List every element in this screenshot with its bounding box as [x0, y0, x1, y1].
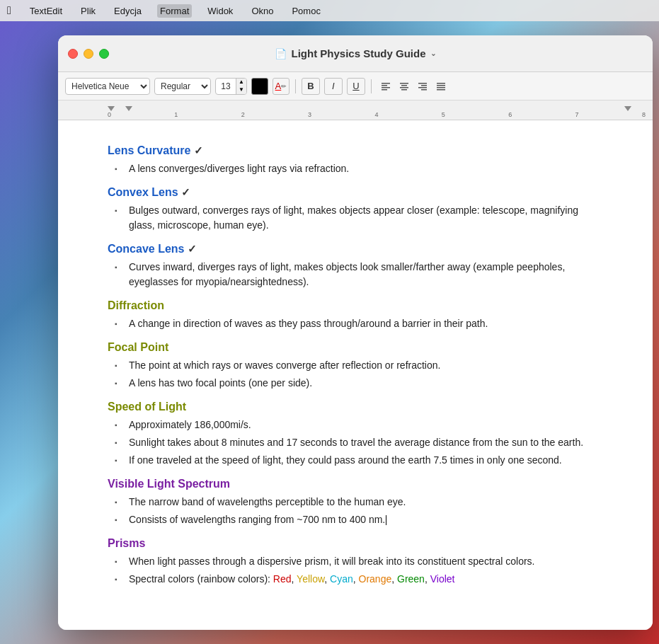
bullet-item: A lens has two focal points (one per sid… [115, 376, 603, 391]
bullet-item: When light passes through a dispersive p… [115, 554, 603, 569]
alignment-group [377, 78, 449, 95]
heading-text-prisms: Prisms [108, 537, 145, 549]
menu-edycja[interactable]: Edycja [111, 4, 144, 18]
align-center-button[interactable] [396, 78, 413, 95]
svg-rect-8 [418, 83, 427, 84]
highlight-color-swatch[interactable]: A ✏ [273, 78, 290, 95]
heading-text-visible-light: Visible Light Spectrum [108, 478, 230, 490]
heading-text-speed-of-light: Speed of Light [108, 401, 186, 413]
bullet-item: A change in direction of waves as they p… [115, 316, 603, 331]
text-cursor [386, 515, 386, 525]
minimize-button[interactable] [84, 49, 93, 59]
title-dropdown-arrow[interactable]: ⌄ [430, 50, 436, 57]
traffic-lights [68, 49, 109, 59]
svg-rect-6 [400, 87, 408, 88]
window-title: Light Physics Study Guide [291, 47, 425, 59]
align-left-button[interactable] [377, 78, 394, 95]
svg-rect-5 [401, 85, 407, 86]
svg-rect-11 [421, 89, 427, 91]
font-size-arrows[interactable]: ▲ ▼ [236, 79, 246, 94]
align-justify-button[interactable] [432, 78, 449, 95]
color-red: Red [273, 573, 292, 585]
align-left-icon [381, 81, 391, 91]
align-right-button[interactable] [414, 78, 431, 95]
heading-lens-curvature: Lens Curvature ✓ [108, 144, 603, 157]
menu-format[interactable]: Format [157, 4, 192, 18]
ruler-mark-0: 0 [108, 111, 111, 118]
bullet-item: If one traveled at the speed of light, t… [115, 453, 603, 468]
section-convex-lens: Convex Lens ✓ Bulges outward, converges … [108, 186, 603, 233]
menu-pomoc[interactable]: Pomoc [289, 4, 323, 18]
bold-button[interactable]: B [302, 78, 320, 95]
heading-prisms: Prisms [108, 537, 603, 550]
checkmark-concave-lens: ✓ [188, 243, 197, 255]
menu-widok[interactable]: Widok [205, 4, 236, 18]
window-title-container[interactable]: 📄 Light Physics Study Guide ⌄ [275, 47, 435, 59]
ruler-numbers: 0 1 2 3 4 5 6 7 8 [108, 111, 646, 118]
bullet-item: The point at which rays or waves converg… [115, 358, 603, 373]
svg-rect-4 [400, 83, 408, 84]
font-name-selector[interactable]: Helvetica Neue [65, 78, 150, 95]
heading-text-focal-point: Focal Point [108, 341, 168, 353]
ruler-mark-3: 3 [308, 111, 311, 118]
heading-convex-lens: Convex Lens ✓ [108, 186, 603, 199]
menu-plik[interactable]: Plik [78, 4, 98, 18]
ruler-tab-stop[interactable] [125, 106, 132, 111]
bullet-item: Curves inward, diverges rays of light, m… [115, 260, 603, 289]
bullet-item: Bulges outward, converges rays of light,… [115, 203, 603, 233]
svg-rect-7 [401, 89, 407, 91]
heading-concave-lens: Concave Lens ✓ [108, 243, 603, 255]
color-yellow: Yellow [297, 573, 324, 585]
document-icon: 📄 [275, 48, 287, 59]
bullet-item: The narrow band of wavelengths perceptib… [115, 495, 603, 510]
section-prisms: Prisms When light passes through a dispe… [108, 537, 603, 587]
svg-rect-12 [437, 83, 445, 84]
italic-button[interactable]: I [324, 78, 343, 95]
svg-rect-14 [437, 87, 445, 88]
menu-okno[interactable]: Okno [248, 4, 276, 18]
font-style-selector[interactable]: Regular [154, 78, 211, 95]
text-color-swatch[interactable] [251, 78, 268, 95]
ruler-mark-2: 2 [241, 111, 245, 118]
font-name-select[interactable]: Helvetica Neue [65, 78, 150, 95]
content-area[interactable]: Lens Curvature ✓ A lens converges/diverg… [58, 120, 653, 630]
bullets-focal-point: The point at which rays or waves converg… [115, 358, 603, 391]
section-focal-point: Focal Point The point at which rays or w… [108, 341, 603, 391]
bullets-prisms: When light passes through a dispersive p… [115, 554, 603, 587]
heading-diffraction: Diffraction [108, 299, 603, 312]
font-size-container[interactable]: 13 ▲ ▼ [215, 78, 247, 95]
bullets-convex-lens: Bulges outward, converges rays of light,… [115, 203, 603, 233]
heading-text-concave-lens: Concave Lens [108, 243, 184, 255]
font-size-down[interactable]: ▼ [236, 86, 246, 94]
font-size-up[interactable]: ▲ [236, 79, 246, 86]
bullet-item: Approximately 186,000mi/s. [115, 418, 603, 432]
heading-focal-point: Focal Point [108, 341, 603, 354]
menu-textedit[interactable]: TextEdit [27, 4, 65, 18]
ruler-mark-1: 1 [174, 111, 178, 118]
color-violet: Violet [430, 573, 455, 585]
bullets-visible-light: The narrow band of wavelengths perceptib… [115, 495, 603, 527]
font-style-select[interactable]: Regular [154, 78, 211, 95]
ruler-mark-5: 5 [442, 111, 445, 118]
underline-button[interactable]: U [347, 78, 365, 95]
align-justify-icon [436, 81, 446, 91]
section-concave-lens: Concave Lens ✓ Curves inward, diverges r… [108, 243, 603, 289]
checkmark-lens-curvature: ✓ [194, 144, 203, 156]
close-button[interactable] [68, 49, 78, 59]
maximize-button[interactable] [99, 49, 109, 59]
font-size-value: 13 [216, 81, 236, 91]
color-orange: Orange [359, 573, 392, 585]
apple-menu[interactable]:  [7, 4, 11, 17]
section-diffraction: Diffraction A change in direction of wav… [108, 299, 603, 331]
bullet-item: A lens converges/diverges light rays via… [115, 161, 603, 176]
align-right-icon [418, 81, 428, 91]
ruler-inner: 0 1 2 3 4 5 6 7 8 [108, 100, 646, 120]
svg-rect-2 [382, 87, 390, 88]
ruler-indent-right[interactable] [624, 106, 631, 111]
highlight-icon: A [275, 81, 282, 91]
ruler-indent-left[interactable] [108, 106, 115, 111]
bullet-item: Sunlight takes about 8 minutes and 17 se… [115, 435, 603, 450]
ruler-mark-8: 8 [642, 111, 646, 118]
section-visible-light: Visible Light Spectrum The narrow band o… [108, 478, 603, 527]
heading-text-lens-curvature: Lens Curvature [108, 144, 190, 156]
